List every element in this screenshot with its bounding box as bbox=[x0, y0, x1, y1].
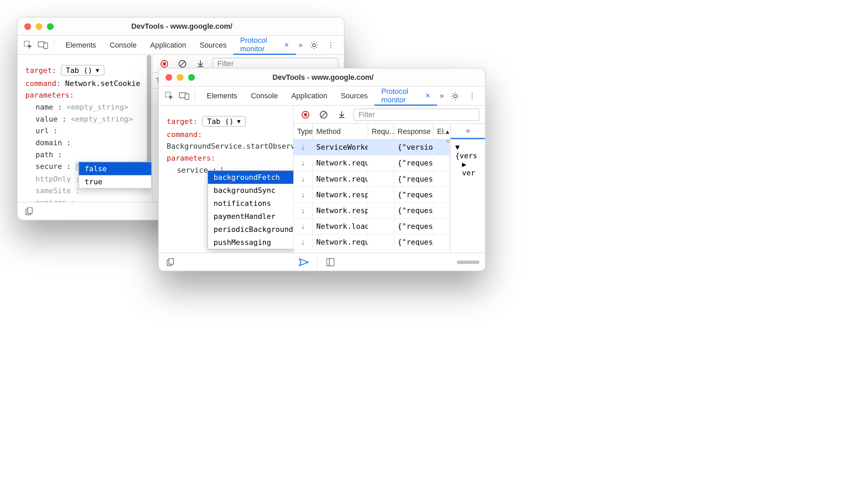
maximize-window-button[interactable] bbox=[188, 74, 195, 80]
log-row[interactable]: Network.reque…{"reques… bbox=[294, 171, 450, 187]
svg-line-8 bbox=[180, 61, 184, 66]
autocomplete-option[interactable]: backgroundSync bbox=[208, 184, 293, 197]
tab-application[interactable]: Application bbox=[143, 35, 193, 54]
param-url[interactable]: url : bbox=[36, 127, 144, 135]
tab-elements[interactable]: Elements bbox=[59, 35, 103, 54]
target-select[interactable]: Tab ()▼ bbox=[61, 65, 104, 76]
close-window-button[interactable] bbox=[24, 23, 31, 30]
col-elapsed: El.▴ bbox=[434, 124, 449, 139]
log-row[interactable]: Network.loadi…{"reques… bbox=[294, 219, 450, 235]
autocomplete-option[interactable]: false bbox=[79, 162, 151, 175]
titlebar: DevTools - www.google.com/ bbox=[17, 17, 344, 36]
svg-rect-22 bbox=[327, 258, 334, 265]
send-command-icon[interactable] bbox=[297, 256, 310, 268]
arrow-down-icon bbox=[301, 159, 305, 168]
kebab-menu-icon[interactable]: ⋮ bbox=[466, 90, 478, 102]
command-label: command bbox=[167, 130, 197, 139]
parameters-label: parameters bbox=[25, 91, 69, 100]
tab-sources[interactable]: Sources bbox=[193, 35, 233, 54]
autocomplete-option[interactable]: pushMessaging bbox=[208, 236, 293, 249]
tab-protocol-monitor[interactable]: Protocol monitor × bbox=[374, 86, 437, 106]
arrow-down-icon bbox=[301, 238, 305, 247]
autocomplete-option[interactable]: notifications bbox=[208, 197, 293, 210]
tab-sources[interactable]: Sources bbox=[334, 86, 374, 106]
more-columns-icon[interactable]: » bbox=[451, 124, 485, 139]
param-path[interactable]: path : bbox=[36, 150, 144, 159]
log-row[interactable]: Network.respo…{"reques… bbox=[294, 203, 450, 219]
tab-console[interactable]: Console bbox=[244, 86, 284, 106]
protocol-log-pane: Filter Type Method Requ… Response El.▴ S… bbox=[293, 106, 485, 253]
target-select[interactable]: Tab ()▼ bbox=[202, 116, 245, 126]
log-row[interactable]: ServiceWorker…{"versio… bbox=[294, 140, 450, 156]
traffic-lights bbox=[24, 23, 54, 30]
copy-command-icon[interactable] bbox=[23, 205, 36, 217]
log-row[interactable]: Network.reque…{"reques… bbox=[294, 156, 450, 171]
svg-line-19 bbox=[321, 112, 326, 117]
target-label: target bbox=[25, 66, 52, 75]
record-button[interactable] bbox=[299, 108, 312, 121]
toggle-sidebar-icon[interactable] bbox=[324, 256, 336, 268]
command-value[interactable]: BackgroundService.startObserving bbox=[167, 142, 285, 150]
autocomplete-option[interactable]: backgroundFetch bbox=[208, 171, 293, 184]
log-row[interactable]: Network.reque…{"reques… bbox=[294, 250, 450, 253]
log-row[interactable]: Network.reque…{"reques… bbox=[294, 235, 450, 250]
command-value[interactable]: Network.setCookie bbox=[65, 79, 140, 88]
inspect-element-icon[interactable] bbox=[22, 39, 34, 51]
save-button[interactable] bbox=[335, 108, 348, 121]
command-label: command bbox=[25, 79, 56, 88]
device-toggle-icon[interactable] bbox=[37, 39, 49, 51]
minimize-window-button[interactable] bbox=[36, 23, 42, 30]
tab-console[interactable]: Console bbox=[103, 35, 143, 54]
arrow-down-icon bbox=[301, 143, 305, 151]
autocomplete-option[interactable]: paymentHandler bbox=[208, 210, 293, 223]
settings-gear-icon[interactable] bbox=[308, 39, 320, 51]
titlebar: DevTools - www.google.com/ bbox=[159, 69, 485, 87]
close-window-button[interactable] bbox=[165, 74, 172, 80]
param-expires[interactable]: expires : bbox=[36, 198, 144, 202]
settings-gear-icon[interactable] bbox=[449, 90, 461, 102]
panel-tabs: Elements Console Application Sources Pro… bbox=[59, 35, 306, 54]
close-tab-icon[interactable]: × bbox=[284, 40, 289, 49]
param-domain[interactable]: domain : bbox=[36, 138, 144, 147]
kebab-menu-icon[interactable]: ⋮ bbox=[325, 39, 337, 51]
copy-command-icon[interactable] bbox=[164, 256, 177, 268]
clear-button[interactable] bbox=[317, 108, 330, 121]
command-editor-pane: target: Tab ()▼ command: Network.setCook… bbox=[17, 55, 152, 202]
target-label: target bbox=[167, 117, 193, 126]
log-row[interactable]: Network.respo…{"reques… bbox=[294, 187, 450, 203]
scrollbar-thumb[interactable] bbox=[446, 140, 450, 143]
panel-tabs: Elements Console Application Sources Pro… bbox=[200, 86, 447, 106]
tab-elements[interactable]: Elements bbox=[200, 86, 244, 106]
tab-protocol-monitor[interactable]: Protocol monitor × bbox=[233, 35, 296, 54]
filter-input[interactable]: Filter bbox=[354, 108, 480, 121]
arrow-down-icon bbox=[301, 206, 305, 215]
col-type: Type bbox=[294, 124, 313, 139]
autocomplete-option[interactable]: periodicBackgroundSync bbox=[208, 223, 293, 236]
tab-application[interactable]: Application bbox=[284, 86, 334, 106]
parameters-label: parameters bbox=[167, 154, 211, 162]
inspect-element-icon[interactable] bbox=[163, 90, 176, 102]
more-tabs-icon[interactable]: » bbox=[296, 39, 306, 51]
arrow-down-icon bbox=[301, 190, 305, 199]
maximize-window-button[interactable] bbox=[47, 23, 54, 30]
svg-point-6 bbox=[163, 62, 166, 65]
more-tabs-icon[interactable]: » bbox=[437, 90, 447, 102]
horizontal-scrollbar-thumb[interactable] bbox=[457, 260, 480, 264]
response-tree-pane[interactable]: ▼ {vers ▶ ver bbox=[450, 140, 485, 253]
device-toggle-icon[interactable] bbox=[178, 90, 190, 102]
param-name[interactable]: name : <empty_string> bbox=[36, 103, 144, 111]
col-method: Method bbox=[313, 124, 368, 139]
close-tab-icon[interactable]: × bbox=[425, 91, 430, 100]
svg-rect-10 bbox=[28, 208, 32, 213]
autocomplete-option[interactable]: true bbox=[79, 175, 151, 188]
arrow-down-icon bbox=[301, 222, 305, 231]
footer-bar bbox=[159, 253, 485, 271]
param-value[interactable]: value : <empty_string> bbox=[36, 115, 144, 123]
minimize-window-button[interactable] bbox=[177, 74, 183, 80]
log-columns-header[interactable]: Type Method Requ… Response El.▴ bbox=[294, 124, 450, 139]
autocomplete-popup[interactable]: falsetrue bbox=[78, 162, 152, 189]
window-title: DevTools - www.google.com/ bbox=[61, 22, 304, 30]
arrow-down-icon bbox=[301, 175, 305, 183]
autocomplete-popup[interactable]: backgroundFetchbackgroundSyncnotificatio… bbox=[207, 170, 293, 249]
col-request: Requ… bbox=[368, 124, 394, 139]
